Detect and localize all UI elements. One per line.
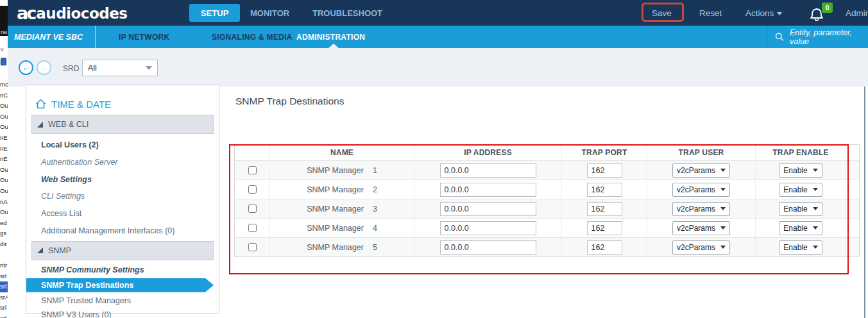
background-text-fragment: Ou: [0, 165, 8, 176]
chevron-down-icon: [146, 66, 152, 70]
tab-setup[interactable]: SETUP: [189, 4, 240, 22]
ip-address-input[interactable]: [440, 240, 536, 255]
sidebar-item[interactable]: SNMP Trusted Managers: [26, 294, 219, 308]
header-name: NAME: [270, 145, 414, 160]
chevron-down-icon: [813, 169, 818, 172]
trap-user-dropdown[interactable]: v2cParams: [672, 240, 730, 255]
reset-button[interactable]: Reset: [699, 0, 722, 26]
background-text-fragment: srl: [0, 314, 8, 318]
tab-monitor[interactable]: MONITOR: [250, 0, 289, 26]
background-text-fragment: nE: [0, 144, 8, 155]
background-text-fragment: srl: [0, 271, 8, 282]
row-checkbox[interactable]: [248, 243, 257, 251]
trap-enable-dropdown[interactable]: Enable: [779, 183, 822, 197]
background-text-fragment: ntr: [0, 260, 8, 271]
table-row: SNMP Manager 1 v2cParams Enable: [235, 160, 859, 180]
triangle-expanded-icon: [37, 247, 43, 253]
row-checkbox[interactable]: [248, 224, 257, 232]
global-search-field[interactable]: Entity, parameter, value: [775, 26, 868, 48]
strip-fragments: mcnCOuOuOunEnEnEOuOuOunAOuedgsdirntrsrls…: [0, 80, 8, 318]
header-select: [235, 145, 270, 160]
notification-bell-button[interactable]: 0: [808, 4, 831, 23]
trap-enable-dropdown[interactable]: Enable: [779, 240, 822, 255]
trap-enable-dropdown[interactable]: Enable: [779, 163, 822, 178]
sidebar-item[interactable]: Additional Management Interfaces (0): [26, 222, 219, 240]
ip-address-input[interactable]: [440, 183, 536, 197]
chevron-down-icon: [720, 188, 726, 191]
sidebar-items: WEB & CLI Local Users (2) Authentication…: [26, 115, 219, 318]
trap-user-dropdown[interactable]: v2cParams: [672, 163, 730, 178]
tab-ip-network[interactable]: IP NETWORK: [119, 26, 169, 48]
trap-user-dropdown[interactable]: v2cParams: [672, 221, 730, 235]
tab-troubleshoot[interactable]: TROUBLESHOOT: [312, 0, 382, 26]
trap-port-input[interactable]: [587, 240, 622, 255]
chevron-down-icon: [813, 246, 818, 249]
trap-port-input[interactable]: [587, 221, 622, 235]
background-text-fragment: nA: [0, 197, 8, 208]
trap-user-dropdown[interactable]: v2cParams: [672, 183, 730, 197]
name-cell: SNMP Manager 3: [270, 199, 414, 218]
trap-port-input[interactable]: [587, 202, 622, 216]
trap-port-input[interactable]: [587, 183, 622, 197]
background-text-fragment: v: [1, 46, 4, 53]
sidebar-item[interactable]: SNMP V3 Users (0): [26, 308, 219, 318]
background-text-fragment: srl: [0, 303, 8, 314]
trap-enable-dropdown[interactable]: Enable: [779, 221, 822, 235]
ip-address-input[interactable]: [440, 163, 536, 178]
device-name-tab[interactable]: MEDIANT VE SBC: [14, 26, 83, 48]
audiocodes-logo-text: audiocodes: [36, 5, 127, 22]
context-nav-bar: MEDIANT VE SBC IP NETWORK SIGNALING & ME…: [8, 26, 868, 48]
sidebar-item[interactable]: Local Users (2): [26, 137, 219, 154]
srd-dropdown[interactable]: All: [82, 60, 158, 76]
background-text-fragment: Ou: [0, 112, 8, 122]
header-trap-port: TRAP PORT: [562, 145, 647, 160]
mini-app-icon: [1, 58, 6, 65]
audiocodes-web-ui: ne v mcnCOuOuOunEnEnEOuOuOunAOuedgsdirnt…: [0, 0, 868, 318]
ip-address-input[interactable]: [440, 221, 536, 235]
row-checkbox[interactable]: [248, 166, 257, 174]
background-text-fragment: [0, 250, 8, 261]
header-trap-enable: TRAP ENABLE: [756, 145, 846, 160]
background-text-fragment: srA: [0, 292, 8, 303]
table-body: SNMP Manager 1 v2cParams Enable SNMP: [235, 160, 859, 256]
triangle-expanded-icon: [37, 122, 43, 128]
header-ip-address: IP ADDRESS: [414, 145, 562, 160]
row-checkbox[interactable]: [248, 205, 257, 213]
tab-signaling-media[interactable]: SIGNALING & MEDIA: [212, 26, 293, 48]
divider: [767, 26, 767, 48]
window-edge: [864, 87, 865, 318]
actions-menu-button[interactable]: Actions: [745, 0, 782, 26]
trap-port-input[interactable]: [587, 163, 622, 178]
trap-user-dropdown[interactable]: v2cParams: [672, 202, 730, 216]
admin-menu-button[interactable]: Admin: [846, 0, 868, 26]
notification-count-badge: 0: [822, 3, 833, 13]
audiocodes-logo-mark-icon: ac: [17, 3, 35, 23]
sidebar-item[interactable]: Authentication Server: [26, 154, 219, 171]
sidebar-section-header[interactable]: WEB & CLI: [31, 115, 214, 134]
active-tab-notch: [328, 44, 339, 48]
forward-button[interactable]: →: [37, 60, 51, 75]
row-checkbox[interactable]: [248, 185, 257, 194]
ip-address-input[interactable]: [440, 202, 536, 216]
audiocodes-logo[interactable]: ac audiocodes: [17, 3, 127, 23]
back-button[interactable]: ←: [19, 60, 33, 75]
save-button[interactable]: Save: [652, 0, 672, 26]
sidebar-item[interactable]: SNMP Community Settings: [26, 263, 219, 277]
chevron-down-icon: [813, 207, 818, 210]
trap-enable-dropdown[interactable]: Enable: [779, 202, 822, 216]
background-text-fragment: srl: [0, 281, 8, 292]
sidebar-item[interactable]: Web Settings: [26, 171, 219, 188]
divider: [95, 26, 96, 48]
table-row: SNMP Manager 3 v2cParams Enable: [235, 199, 859, 218]
sidebar-item-time-and-date[interactable]: TIME & DATE: [35, 96, 219, 112]
table-header-row: NAME IP ADDRESS TRAP PORT TRAP USER TRAP…: [235, 145, 859, 160]
name-cell: SNMP Manager 2: [270, 180, 414, 199]
background-text-fragment: Ou: [0, 186, 8, 197]
table-row: SNMP Manager 2 v2cParams Enable: [235, 180, 859, 199]
sidebar-item[interactable]: SNMP Trap Destinations: [26, 278, 214, 292]
sidebar-item[interactable]: Access List: [26, 205, 219, 222]
background-text-fragment: mc: [0, 80, 8, 90]
sidebar-item[interactable]: CLI Settings: [26, 188, 219, 205]
sidebar-section-header[interactable]: SNMP: [31, 241, 214, 260]
search-icon: [775, 32, 784, 42]
